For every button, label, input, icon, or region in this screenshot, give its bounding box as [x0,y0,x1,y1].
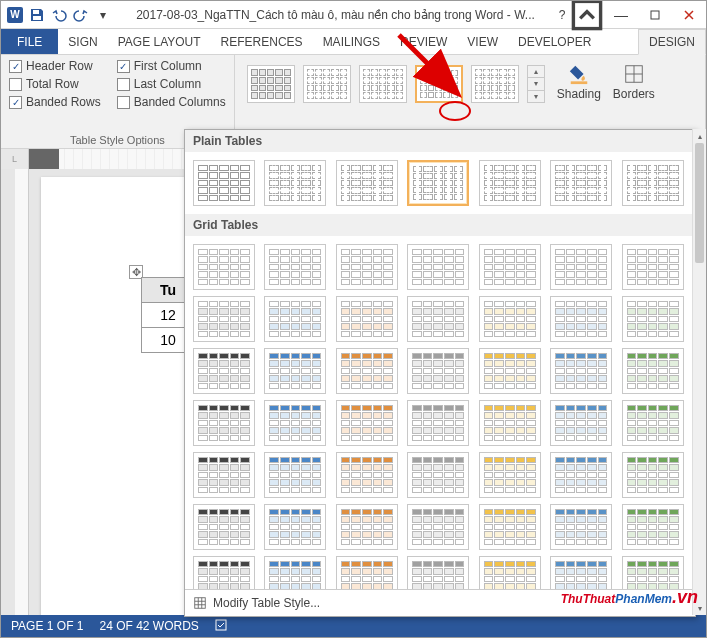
style-option-plain[interactable] [336,160,398,206]
tab-developer[interactable]: DEVELOPER [508,29,601,54]
style-option-grid[interactable] [479,504,541,550]
borders-button[interactable]: Borders [607,61,661,103]
gallery-more-button[interactable]: ▴▾▾ [527,65,545,103]
minimize-button[interactable]: — [604,2,638,28]
svg-rect-10 [216,620,226,630]
style-option-grid[interactable] [479,556,541,589]
tab-review[interactable]: REVIEW [390,29,457,54]
style-option-grid[interactable] [479,244,541,290]
style-option-grid[interactable] [622,296,684,342]
style-option-grid[interactable] [336,244,398,290]
style-option-grid[interactable] [622,348,684,394]
style-option-grid[interactable] [336,400,398,446]
scrollbar-vertical[interactable]: ▴ ▾ [692,129,706,615]
help-button[interactable]: ? [554,7,570,23]
style-option-grid[interactable] [264,452,326,498]
style-option-grid[interactable] [622,504,684,550]
ruler-corner: L [1,149,29,169]
style-option-grid[interactable] [193,556,255,589]
tab-page-layout[interactable]: PAGE LAYOUT [108,29,211,54]
style-option-grid[interactable] [479,296,541,342]
style-thumb[interactable] [359,65,407,103]
style-option-plain[interactable] [550,160,612,206]
style-thumb[interactable] [471,65,519,103]
svg-rect-4 [571,81,588,84]
style-thumb-selected[interactable] [415,65,463,103]
first-column-checkbox[interactable]: ✓First Column [117,59,226,73]
style-option-grid[interactable] [550,504,612,550]
style-option-grid[interactable] [622,244,684,290]
tab-design-doc[interactable]: SIGN [58,29,107,54]
vertical-ruler[interactable] [15,169,29,615]
table-styles-dropdown: Plain Tables Grid Tables Modify Table St… [184,129,696,617]
style-option-grid[interactable] [264,556,326,589]
undo-button[interactable] [51,7,67,23]
tab-references[interactable]: REFERENCES [211,29,313,54]
style-thumb[interactable] [303,65,351,103]
style-option-grid[interactable] [193,400,255,446]
file-tab[interactable]: FILE [1,29,58,54]
style-option-plain[interactable] [479,160,541,206]
redo-button[interactable] [73,7,89,23]
shading-button[interactable]: Shading [551,61,607,103]
style-option-grid[interactable] [622,452,684,498]
style-option-grid[interactable] [550,452,612,498]
statusbar: PAGE 1 OF 1 24 OF 42 WORDS [1,615,706,637]
style-option-grid[interactable] [479,452,541,498]
style-option-grid[interactable] [193,504,255,550]
style-option-grid[interactable] [336,452,398,498]
style-option-plain[interactable] [407,160,469,206]
style-option-grid[interactable] [193,452,255,498]
status-page[interactable]: PAGE 1 OF 1 [11,619,83,633]
banded-columns-checkbox[interactable]: Banded Columns [117,95,226,109]
style-option-grid[interactable] [264,400,326,446]
style-option-grid[interactable] [193,348,255,394]
style-option-plain[interactable] [193,160,255,206]
style-option-grid[interactable] [407,504,469,550]
status-words[interactable]: 24 OF 42 WORDS [99,619,198,633]
scrollbar-handle[interactable] [695,143,704,263]
svg-rect-2 [573,1,600,28]
total-row-checkbox[interactable]: Total Row [9,77,101,91]
style-option-grid[interactable] [407,296,469,342]
style-option-grid[interactable] [550,348,612,394]
style-option-plain[interactable] [622,160,684,206]
close-button[interactable] [672,2,706,28]
style-option-grid[interactable] [407,348,469,394]
style-option-grid[interactable] [407,244,469,290]
save-button[interactable] [29,7,45,23]
style-option-grid[interactable] [550,400,612,446]
style-option-plain[interactable] [264,160,326,206]
tab-mailings[interactable]: MAILINGS [313,29,390,54]
last-column-checkbox[interactable]: Last Column [117,77,226,91]
style-option-grid[interactable] [407,400,469,446]
style-option-grid[interactable] [264,504,326,550]
banded-rows-checkbox[interactable]: ✓Banded Rows [9,95,101,109]
style-option-grid[interactable] [264,348,326,394]
style-option-grid[interactable] [479,348,541,394]
style-thumb[interactable] [247,65,295,103]
style-option-grid[interactable] [479,400,541,446]
tab-view[interactable]: VIEW [457,29,508,54]
style-option-grid[interactable] [336,296,398,342]
style-option-grid[interactable] [264,244,326,290]
style-option-grid[interactable] [550,244,612,290]
style-option-grid[interactable] [407,452,469,498]
style-option-grid[interactable] [407,556,469,589]
maximize-button[interactable] [638,2,672,28]
style-option-grid[interactable] [550,296,612,342]
style-option-grid[interactable] [336,556,398,589]
modify-icon [193,596,207,610]
style-option-grid[interactable] [336,348,398,394]
spellcheck-icon[interactable] [215,618,229,635]
style-option-grid[interactable] [193,244,255,290]
style-option-grid[interactable] [264,296,326,342]
style-option-grid[interactable] [193,296,255,342]
ribbon-collapse-button[interactable] [570,2,604,28]
qat-more[interactable]: ▾ [95,7,111,23]
word-icon[interactable]: W [7,7,23,23]
header-row-checkbox[interactable]: ✓Header Row [9,59,101,73]
tab-table-design[interactable]: DESIGN [638,29,706,55]
style-option-grid[interactable] [336,504,398,550]
style-option-grid[interactable] [622,400,684,446]
